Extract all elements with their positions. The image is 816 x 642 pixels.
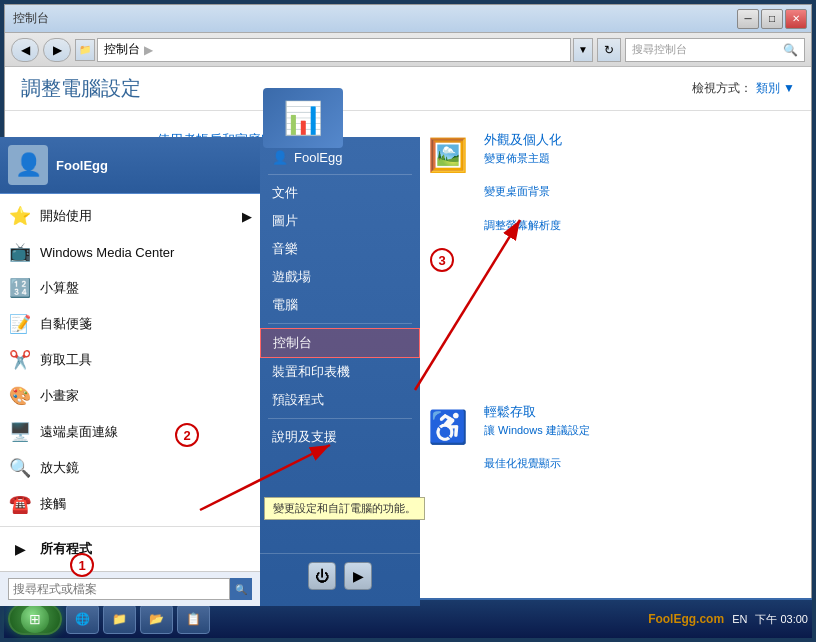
address-bar: ◀ ▶ 📁 控制台 ▶ ▼ ↻ 搜尋控制台 🔍 <box>5 33 811 67</box>
menu-search-box: 🔍 <box>0 571 260 606</box>
rdp-label: 遠端桌面連線 <box>40 423 118 441</box>
windows-logo: ⊞ <box>29 611 41 627</box>
title-bar: 控制台 ─ □ ✕ <box>5 5 811 33</box>
right-menu-games[interactable]: 遊戲場 <box>260 263 420 291</box>
access-title[interactable]: 輕鬆存取 <box>484 403 590 421</box>
address-dropdown[interactable]: ▼ <box>573 38 593 62</box>
appearance-link1[interactable]: 變更佈景主題 <box>484 151 562 166</box>
menu-item-snip[interactable]: ✂️ 剪取工具 <box>0 342 260 378</box>
view-mode-selector[interactable]: 類別 ▼ <box>756 80 795 97</box>
arrow-icon: ▶ <box>242 209 252 224</box>
start-button[interactable]: ⊞ <box>8 603 62 635</box>
snip-label: 剪取工具 <box>40 351 92 369</box>
right-menu-music[interactable]: 音樂 <box>260 235 420 263</box>
address-field[interactable]: 控制台 ▶ <box>97 38 571 62</box>
menu-item-start[interactable]: ⭐ 開始使用 ▶ <box>0 198 260 234</box>
view-options: 檢視方式： 類別 ▼ <box>692 80 795 97</box>
page-title: 調整電腦設定 <box>21 75 141 102</box>
taskbar-right: FoolEgg.com EN 下午 03:00 <box>648 612 808 626</box>
start-menu: 👤 FoolEgg ⭐ 開始使用 ▶ 📺 Windows Media Cente… <box>0 137 420 606</box>
user-avatar: 👤 <box>8 145 48 185</box>
menu-item-rdp[interactable]: 🖥️ 遠端桌面連線 <box>0 414 260 450</box>
window-title: 控制台 <box>13 10 49 27</box>
menu-item-calc[interactable]: 🔢 小算盤 <box>0 270 260 306</box>
maximize-button[interactable]: □ <box>761 9 783 29</box>
calc-label: 小算盤 <box>40 279 79 297</box>
location-icon: 📁 <box>75 39 95 61</box>
magnifier-label: 放大鏡 <box>40 459 79 477</box>
taskbar-app-explorer[interactable]: 📁 <box>103 604 136 634</box>
right-menu-devices[interactable]: 裝置和印表機 <box>260 358 420 386</box>
right-menu-user[interactable]: 👤 FoolEgg <box>260 145 420 170</box>
minimize-button[interactable]: ─ <box>737 9 759 29</box>
taskbar-app-folder[interactable]: 📂 <box>140 604 173 634</box>
access-link2[interactable]: 最佳化視覺顯示 <box>484 456 590 471</box>
shutdown-button[interactable]: ⏻ <box>308 562 336 590</box>
taskbar-app-doc[interactable]: 📋 <box>177 604 210 634</box>
appearance-link3[interactable]: 調整螢幕解析度 <box>484 218 562 233</box>
menu-item-touch[interactable]: ☎️ 接觸 <box>0 486 260 522</box>
window-controls: ─ □ ✕ <box>737 9 807 29</box>
access-link1[interactable]: 讓 Windows 建議設定 <box>484 423 590 438</box>
power-buttons: ⏻ ▶ <box>260 553 420 598</box>
menu-divider <box>0 526 260 527</box>
touch-icon: ☎️ <box>8 492 32 516</box>
menu-item-paint[interactable]: 🎨 小畫家 <box>0 378 260 414</box>
start-menu-badge-icon: 📊 <box>283 99 323 137</box>
menu-item-magnifier[interactable]: 🔍 放大鏡 <box>0 450 260 486</box>
taskbar-ie-icon: 🌐 <box>75 612 90 626</box>
username: FoolEgg <box>56 158 108 173</box>
right-menu-controlpanel[interactable]: 控制台 <box>260 328 420 358</box>
magnifier-icon: 🔍 <box>8 456 32 480</box>
start-orb: ⊞ <box>21 605 49 633</box>
address-arrow-icon: ▶ <box>144 43 153 57</box>
paint-icon: 🎨 <box>8 384 32 408</box>
calc-icon: 🔢 <box>8 276 32 300</box>
right-divider2 <box>268 323 412 324</box>
search-field[interactable]: 搜尋控制台 🔍 <box>625 38 805 62</box>
menu-items-left: ⭐ 開始使用 ▶ 📺 Windows Media Center 🔢 小算盤 📝 … <box>0 194 260 571</box>
right-divider3 <box>268 418 412 419</box>
system-clock: 下午 03:00 <box>755 612 808 626</box>
right-divider1 <box>268 174 412 175</box>
start-menu-left: 👤 FoolEgg ⭐ 開始使用 ▶ 📺 Windows Media Cente… <box>0 137 260 606</box>
options-button[interactable]: ▶ <box>344 562 372 590</box>
refresh-button[interactable]: ↻ <box>597 38 621 62</box>
right-menu-pics[interactable]: 圖片 <box>260 207 420 235</box>
menu-search-input[interactable] <box>8 578 230 600</box>
back-button[interactable]: ◀ <box>11 38 39 62</box>
menu-search-button[interactable]: 🔍 <box>230 578 252 600</box>
address-text: 控制台 <box>104 41 140 58</box>
all-programs-item[interactable]: ▶ 所有程式 <box>0 531 260 567</box>
right-menu-defaults[interactable]: 預設程式 <box>260 386 420 414</box>
right-menu-devices-label: 裝置和印表機 <box>272 363 350 381</box>
notes-label: 自黏便箋 <box>40 315 92 333</box>
notes-icon: 📝 <box>8 312 32 336</box>
wmc-icon: 📺 <box>8 240 32 264</box>
taskbar-app-ie[interactable]: 🌐 <box>66 604 99 634</box>
clock-time: 下午 03:00 <box>755 612 808 626</box>
right-menu-computer[interactable]: 電腦 <box>260 291 420 319</box>
right-menu-controlpanel-label: 控制台 <box>273 334 312 352</box>
paint-label: 小畫家 <box>40 387 79 405</box>
right-menu-help-label: 說明及支援 <box>272 428 337 446</box>
start-item-icon: ⭐ <box>8 204 32 228</box>
wmc-label: Windows Media Center <box>40 245 174 260</box>
right-menu-help[interactable]: 說明及支援 <box>260 423 420 451</box>
all-programs-icon: ▶ <box>8 537 32 561</box>
panel-section-access: ♿ 輕鬆存取 讓 Windows 建議設定 最佳化視覺顯示 <box>412 395 731 625</box>
right-menu-defaults-label: 預設程式 <box>272 391 324 409</box>
appearance-title[interactable]: 外觀及個人化 <box>484 131 562 149</box>
menu-item-wmc[interactable]: 📺 Windows Media Center <box>0 234 260 270</box>
snip-icon: ✂️ <box>8 348 32 372</box>
menu-item-notes[interactable]: 📝 自黏便箋 <box>0 306 260 342</box>
access-icon: ♿ <box>424 403 472 451</box>
taskbar-explorer-icon: 📁 <box>112 612 127 626</box>
right-menu-docs[interactable]: 文件 <box>260 179 420 207</box>
forward-button[interactable]: ▶ <box>43 38 71 62</box>
taskbar-doc-icon: 📋 <box>186 612 201 626</box>
appearance-link2[interactable]: 變更桌面背景 <box>484 184 562 199</box>
right-menu-user-icon: 👤 <box>272 150 288 165</box>
close-button[interactable]: ✕ <box>785 9 807 29</box>
right-menu-computer-label: 電腦 <box>272 296 298 314</box>
